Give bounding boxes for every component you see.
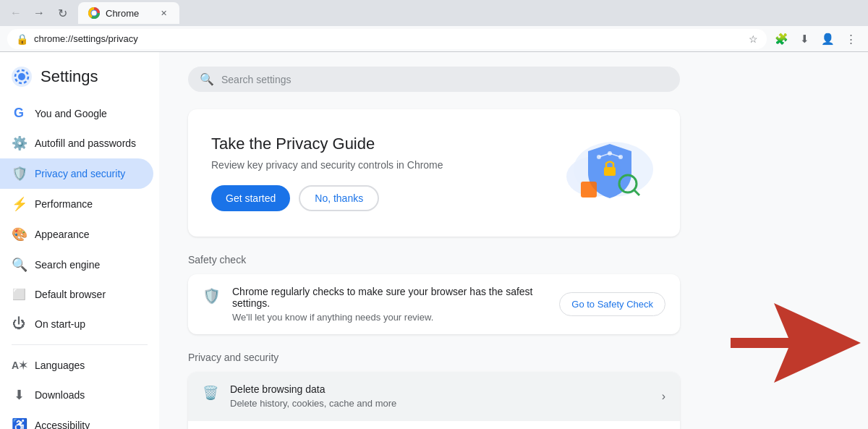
privacy-guide-card: Take the Privacy Guide Review key privac… (188, 109, 680, 237)
privacy-guide-illustration (541, 129, 657, 216)
ps-item-privacy-guide[interactable]: ≡ Privacy guide Review key privacy and s… (188, 421, 680, 429)
sidebar-item-search-engine[interactable]: 🔍 Search engine (0, 250, 153, 280)
tab-title: Chrome (106, 8, 139, 19)
content-area: 🔍 Take the Privacy Guide Review key priv… (159, 52, 868, 429)
sidebar-item-downloads[interactable]: ⬇ Downloads (0, 380, 153, 410)
settings-logo (12, 67, 32, 87)
back-button[interactable]: ← (6, 3, 26, 23)
sidebar-item-appearance[interactable]: 🎨 Appearance (0, 219, 153, 250)
sidebar-item-languages[interactable]: A✶ Languages (0, 351, 153, 380)
omnibox[interactable]: 🔒 chrome://settings/privacy ☆ (7, 29, 767, 49)
sidebar-header: Settings (0, 58, 159, 98)
safety-check-line1: Chrome regularly checks to make sure you… (232, 286, 559, 309)
get-started-button[interactable]: Get started (211, 185, 290, 211)
omnibox-bar: 🔒 chrome://settings/privacy ☆ 🧩 ⬇ 👤 ⋮ (0, 26, 868, 52)
sidebar-label-search-engine: Search engine (35, 259, 100, 271)
sidebar-item-you-and-google[interactable]: G You and Google (0, 98, 153, 128)
tab-bar: Chrome ✕ (78, 2, 179, 24)
languages-icon: A✶ (12, 360, 26, 371)
downloads-toolbar-button[interactable]: ⬇ (794, 29, 814, 49)
active-tab[interactable]: Chrome ✕ (78, 2, 179, 24)
lock-icon: 🔒 (16, 33, 28, 45)
menu-button[interactable]: ⋮ (841, 29, 861, 49)
sidebar-label-performance: Performance (35, 198, 93, 210)
content-wrapper: 🔍 Take the Privacy Guide Review key priv… (188, 67, 839, 429)
ps-section-title: Privacy and security (188, 352, 680, 363)
delete-browsing-data-text: Delete browsing data Delete history, coo… (230, 383, 396, 409)
delete-browsing-data-arrow: › (662, 390, 665, 403)
profile-button[interactable]: 👤 (817, 29, 838, 49)
search-bar-icon: 🔍 (200, 72, 214, 86)
tab-close-button[interactable]: ✕ (158, 7, 169, 19)
sidebar-label-privacy: Privacy and security (35, 168, 125, 179)
sidebar-item-on-startup[interactable]: ⏻ On start-up (0, 309, 153, 339)
autofill-icon: ⚙️ (12, 135, 26, 151)
privacy-guide-content: Take the Privacy Guide Review key privac… (211, 135, 541, 211)
sidebar-label-default-browser: Default browser (35, 289, 106, 300)
settings-title: Settings (41, 67, 98, 86)
sidebar-label-languages: Languages (35, 360, 85, 371)
you-and-google-icon: G (12, 106, 26, 121)
svg-point-1 (92, 11, 97, 16)
sidebar-item-autofill[interactable]: ⚙️ Autofill and passwords (0, 128, 153, 158)
default-browser-icon: ⬜ (12, 288, 26, 301)
safety-check-card: 🛡️ Chrome regularly checks to make sure … (188, 274, 680, 334)
search-bar[interactable]: 🔍 (188, 67, 680, 92)
safety-check-section-title: Safety check (188, 254, 839, 266)
url-display: chrome://settings/privacy (34, 33, 743, 44)
search-container: 🔍 (188, 67, 839, 92)
ps-items-card: 🗑️ Delete browsing data Delete history, … (188, 372, 680, 429)
svg-rect-13 (581, 182, 597, 197)
accessibility-icon: ♿ (12, 417, 26, 429)
search-input[interactable] (221, 74, 668, 85)
on-startup-icon: ⏻ (12, 316, 26, 331)
sidebar-divider (12, 344, 148, 345)
privacy-guide-title: Take the Privacy Guide (211, 135, 541, 153)
star-icon: ☆ (749, 33, 758, 45)
privacy-security-section: Privacy and security 🗑️ Delete browsing … (188, 352, 680, 429)
safety-shield-icon: 🛡️ (203, 287, 221, 305)
sidebar-item-performance[interactable]: ⚡ Performance (0, 189, 153, 219)
extensions-button[interactable]: 🧩 (771, 29, 791, 49)
ps-item-delete-browsing-data[interactable]: 🗑️ Delete browsing data Delete history, … (188, 372, 680, 421)
downloads-icon: ⬇ (12, 387, 26, 403)
sidebar-label-autofill: Autofill and passwords (35, 137, 136, 149)
sidebar-item-privacy[interactable]: 🛡️ Privacy and security (0, 158, 153, 189)
no-thanks-button[interactable]: No, thanks (299, 185, 379, 211)
main-layout: Settings G You and Google ⚙️ Autofill an… (0, 52, 868, 429)
tab-favicon (88, 7, 100, 19)
privacy-icon: 🛡️ (12, 166, 26, 182)
svg-rect-7 (604, 167, 616, 176)
safety-check-content: 🛡️ Chrome regularly checks to make sure … (203, 286, 559, 323)
search-engine-icon: 🔍 (12, 257, 26, 273)
privacy-guide-buttons: Get started No, thanks (211, 185, 541, 211)
nav-buttons: ← → ↻ (6, 3, 72, 23)
svg-point-3 (18, 73, 25, 80)
sidebar-label-downloads: Downloads (35, 389, 85, 401)
delete-browsing-data-title: Delete browsing data (230, 383, 396, 395)
privacy-guide-subtitle: Review key privacy and security controls… (211, 159, 541, 171)
sidebar: Settings G You and Google ⚙️ Autofill an… (0, 52, 159, 429)
appearance-icon: 🎨 (12, 226, 26, 242)
performance-icon: ⚡ (12, 196, 26, 212)
sidebar-item-default-browser[interactable]: ⬜ Default browser (0, 280, 153, 309)
sidebar-item-accessibility[interactable]: ♿ Accessibility (0, 410, 153, 429)
reload-button[interactable]: ↻ (52, 3, 72, 23)
safety-check-section: Safety check 🛡️ Chrome regularly checks … (188, 254, 839, 334)
go-to-safety-check-button[interactable]: Go to Safety Check (559, 292, 665, 316)
forward-button[interactable]: → (29, 3, 49, 23)
sidebar-label-on-startup: On start-up (35, 318, 85, 330)
ps-item-left-delete: 🗑️ Delete browsing data Delete history, … (203, 383, 396, 409)
sidebar-label-accessibility: Accessibility (35, 420, 90, 429)
toolbar-icons: 🧩 ⬇ 👤 ⋮ (771, 29, 861, 49)
delete-browsing-data-subtitle: Delete history, cookies, cache and more (230, 398, 396, 409)
sidebar-label-appearance: Appearance (35, 229, 90, 240)
safety-check-text: Chrome regularly checks to make sure you… (232, 286, 559, 323)
sidebar-label-you-and-google: You and Google (35, 108, 107, 119)
safety-check-line2: We'll let you know if anything needs you… (232, 312, 559, 323)
delete-browsing-data-icon: 🗑️ (203, 385, 218, 401)
browser-chrome: ← → ↻ Chrome ✕ (0, 0, 868, 26)
